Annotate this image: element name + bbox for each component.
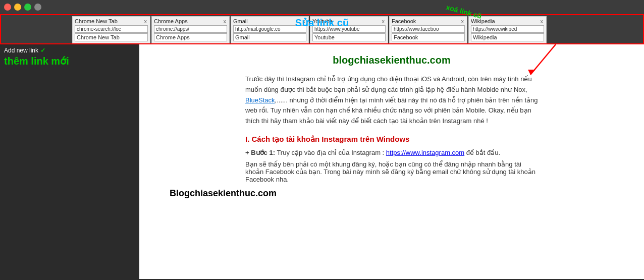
tab-close-facebook[interactable]: x: [460, 18, 465, 24]
tab-close-chrome-apps[interactable]: x: [223, 18, 228, 24]
tab-title-wikipedia: Wikipedia: [471, 18, 495, 24]
tab-url-chrome-apps: chrome://apps/: [154, 25, 227, 33]
step1-detail: Bạn sẽ thấy bên phải có một khung đăng k…: [245, 160, 538, 183]
section-heading: I. Cách tạo tài khoản Instagram trên Win…: [245, 135, 538, 144]
tab-name-youtube: Youtube: [312, 33, 386, 41]
tab-header-youtube: Youtube x: [312, 18, 386, 24]
tab-chrome-apps[interactable]: Chrome Apps x chrome://apps/ Chrome Apps: [151, 16, 230, 43]
tab-header-facebook: Facebook x: [392, 18, 465, 24]
tab-youtube[interactable]: Youtube x https://www.youtube Youtube: [310, 16, 388, 43]
tab-url-youtube: https://www.youtube: [312, 25, 386, 33]
tab-url-wikipedia: https://www.wikiped: [471, 25, 544, 33]
tab-name-facebook: Facebook: [392, 33, 465, 41]
instagram-link[interactable]: https://www.instagram.com: [386, 149, 464, 156]
tab-close-youtube[interactable]: x: [381, 18, 386, 24]
tab-name-chrome-new-tab: Chrome New Tab: [75, 33, 148, 41]
step1-text: + Bước 1: Truy cập vào địa chỉ của Insta…: [245, 149, 538, 156]
tab-url-chrome-new-tab: chrome-search://loc: [75, 25, 148, 33]
tab-facebook[interactable]: Facebook x https://www.faceboo Facebook …: [389, 16, 467, 43]
tabs-container: Chrome New Tab x chrome-search://loc Chr…: [0, 14, 644, 44]
bluestack-link[interactable]: BlueStack: [245, 96, 275, 104]
tab-name-chrome-apps: Chrome Apps: [154, 33, 227, 41]
step1-suffix: để bắt đầu.: [466, 149, 500, 156]
tab-title-chrome-apps: Chrome Apps: [154, 18, 188, 24]
add-new-link-label: Add new link ✓: [4, 47, 69, 54]
tab-chrome-new-tab[interactable]: Chrome New Tab x chrome-search://loc Chr…: [72, 16, 150, 43]
tab-name-gmail: Gmail: [233, 33, 306, 41]
step1-label: + Bước 1:: [245, 149, 275, 156]
main-content: blogchiasekienthuc.com Trước đây thì Ins…: [139, 44, 644, 279]
tab-title-youtube: Youtube: [312, 18, 333, 24]
site-title: blogchiasekienthuc.com: [333, 54, 450, 66]
tab-header-chrome-new-tab: Chrome New Tab x: [75, 18, 148, 24]
window-buttons: [4, 4, 41, 11]
add-new-link-text: Add new link: [4, 47, 38, 54]
tab-title-chrome-new-tab: Chrome New Tab: [75, 18, 118, 24]
tab-title-facebook: Facebook: [392, 18, 416, 24]
tab-url-gmail: http://mail.google.co: [233, 25, 306, 33]
step1-intro: Truy cập vào địa chỉ của Instagram :: [277, 149, 386, 156]
tab-close-chrome-new-tab[interactable]: x: [143, 18, 148, 24]
browser-controls: [0, 0, 644, 14]
tab-close-wikipedia[interactable]: x: [540, 18, 545, 24]
special-button[interactable]: [34, 4, 41, 11]
tab-close-gmail[interactable]: x: [302, 18, 307, 24]
minimize-button[interactable]: [14, 4, 21, 11]
tab-name-wikipedia: Wikipedia: [471, 33, 544, 41]
tab-header-gmail: Gmail x: [233, 18, 306, 24]
tab-gmail[interactable]: Gmail x http://mail.google.co Gmail: [231, 16, 309, 43]
checkmark-icon: ✓: [40, 47, 45, 54]
site-title-bottom: Blogchiasekienthuc.com: [170, 188, 614, 199]
close-button[interactable]: [4, 4, 11, 11]
add-link-area: Add new link ✓ thêm link mới: [4, 47, 69, 67]
tab-header-chrome-apps: Chrome Apps x: [154, 18, 227, 24]
maximize-button[interactable]: [24, 4, 31, 11]
tab-header-wikipedia: Wikipedia x: [471, 18, 544, 24]
tab-url-facebook: https://www.faceboo: [392, 25, 465, 33]
article-paragraph: Trước đây thì Instagram chỉ hỗ trợ ứng d…: [245, 74, 538, 127]
them-moi-label: thêm link mới: [4, 55, 69, 67]
tab-title-gmail: Gmail: [233, 18, 248, 24]
